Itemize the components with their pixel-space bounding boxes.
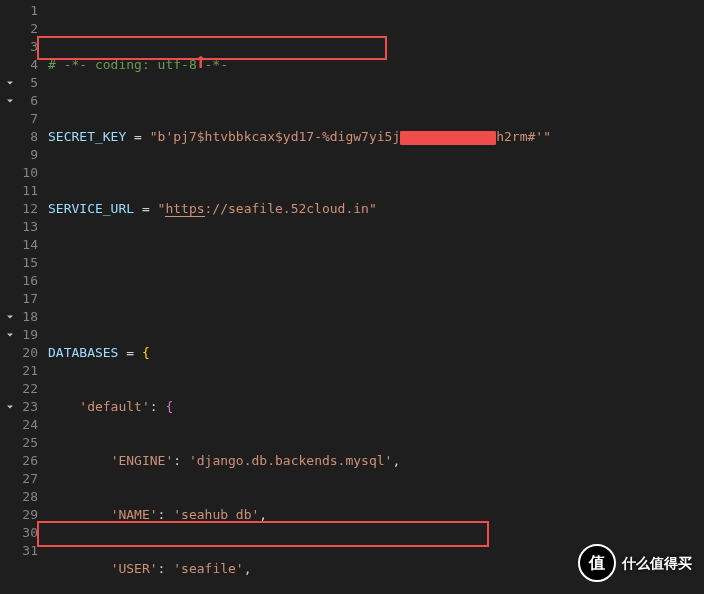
line-number: 20: [0, 344, 42, 362]
line-number: 13: [0, 218, 42, 236]
comment: # -*- coding: utf-8 -*-: [48, 57, 228, 72]
line-number: 3: [0, 38, 42, 56]
line-number: 10: [0, 164, 42, 182]
line-number: 19: [0, 326, 42, 344]
redacted-secret: [400, 131, 496, 145]
fold-chevron-icon[interactable]: [4, 310, 16, 322]
line-number: 28: [0, 488, 42, 506]
line-number: 27: [0, 470, 42, 488]
code-line: 'NAME': 'seahub_db',: [48, 506, 704, 524]
code-line: 'ENGINE': 'django.db.backends.mysql',: [48, 452, 704, 470]
code-line: SECRET_KEY = "b'pj7$htvbbkcax$yd17-%digw…: [48, 128, 704, 146]
line-number: 11: [0, 182, 42, 200]
line-number: 23: [0, 398, 42, 416]
code-line: DATABASES = {: [48, 344, 704, 362]
line-number: 5: [0, 74, 42, 92]
fold-chevron-icon[interactable]: [4, 328, 16, 340]
line-number: 16: [0, 272, 42, 290]
line-number: 25: [0, 434, 42, 452]
code-line: 'default': {: [48, 398, 704, 416]
line-number: 1: [0, 2, 42, 20]
line-number: 17: [0, 290, 42, 308]
code-area[interactable]: # -*- coding: utf-8 -*- SECRET_KEY = "b'…: [42, 0, 704, 594]
line-number: 14: [0, 236, 42, 254]
line-number: 21: [0, 362, 42, 380]
line-number: 26: [0, 452, 42, 470]
line-number: 29: [0, 506, 42, 524]
fold-chevron-icon[interactable]: [4, 76, 16, 88]
line-number: 31: [0, 542, 42, 560]
watermark: 值 什么值得买: [578, 544, 692, 582]
line-number: 18: [0, 308, 42, 326]
line-number: 9: [0, 146, 42, 164]
watermark-badge-icon: 值: [578, 544, 616, 582]
code-line: SERVICE_URL = "https://seafile.52cloud.i…: [48, 200, 704, 218]
line-number: 22: [0, 380, 42, 398]
watermark-text: 什么值得买: [622, 554, 692, 572]
fold-chevron-icon[interactable]: [4, 94, 16, 106]
line-number: 8: [0, 128, 42, 146]
line-number: 6: [0, 92, 42, 110]
line-gutter: 1234567891011121314151617181920212223242…: [0, 0, 42, 594]
code-editor[interactable]: 1234567891011121314151617181920212223242…: [0, 0, 704, 594]
highlight-box: [37, 521, 489, 547]
line-number: 2: [0, 20, 42, 38]
code-line: [48, 272, 704, 290]
fold-chevron-icon[interactable]: [4, 400, 16, 412]
line-number: 7: [0, 110, 42, 128]
line-number: 4: [0, 56, 42, 74]
line-number: 15: [0, 254, 42, 272]
line-number: 12: [0, 200, 42, 218]
code-line: # -*- coding: utf-8 -*-: [48, 56, 704, 74]
line-number: 24: [0, 416, 42, 434]
line-number: 30: [0, 524, 42, 542]
